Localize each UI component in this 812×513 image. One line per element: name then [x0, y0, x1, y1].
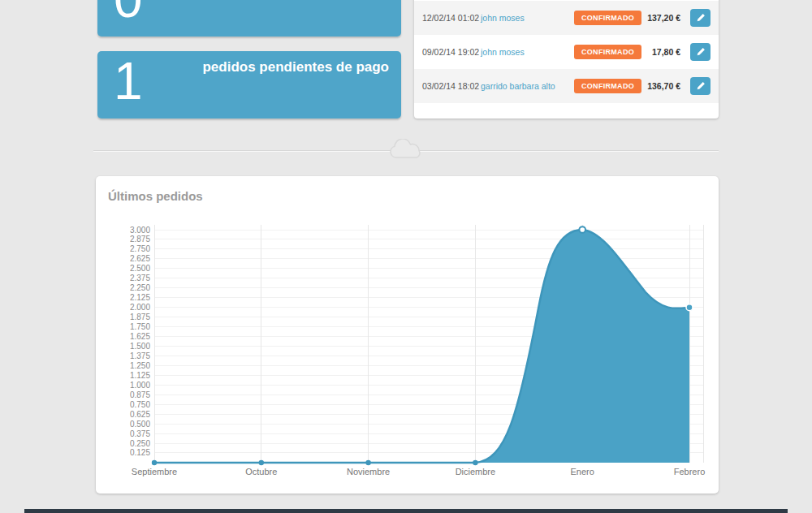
- dashboard-page: 0 1 pedidos pendientes de pago 12/02/14 …: [0, 0, 812, 513]
- stat-value: 0: [114, 0, 143, 25]
- customer-link[interactable]: john moses: [481, 13, 574, 23]
- y-tick-label: 3.000: [130, 226, 150, 235]
- orders-table-panel: 12/02/14 01:02john mosesCONFIRMADO137,20…: [414, 0, 719, 119]
- data-point: [473, 460, 477, 465]
- status-badge: CONFIRMADO: [574, 79, 641, 93]
- stat-value: 1: [114, 55, 143, 107]
- y-tick-label: 0.625: [130, 410, 150, 419]
- x-tick-label: Diciembre: [456, 467, 496, 476]
- customer-link[interactable]: john moses: [481, 47, 574, 57]
- order-date: 03/02/14 18:02: [422, 81, 481, 91]
- footer-bar: [24, 509, 788, 513]
- order-row: 12/02/14 01:02john mosesCONFIRMADO137,20…: [414, 1, 719, 35]
- x-tick-label: Noviembre: [347, 467, 390, 476]
- x-tick-label: Septiembre: [132, 467, 177, 476]
- x-tick-label: Octubre: [245, 467, 277, 476]
- stat-card-top: 0: [97, 0, 401, 37]
- y-tick-label: 2.250: [130, 283, 150, 292]
- data-point: [579, 226, 585, 233]
- data-point: [365, 460, 370, 465]
- order-date: 09/02/14 19:02: [422, 47, 481, 57]
- last-orders-chart-card: Últimos pedidos 3.0002.8752.7502.6252.50…: [96, 176, 719, 494]
- pencil-icon: [696, 81, 706, 91]
- y-tick-label: 1.375: [130, 351, 150, 360]
- orders-area-chart: 3.0002.8752.7502.6252.5002.3752.2502.125…: [96, 176, 719, 494]
- y-tick-label: 2.500: [130, 264, 150, 273]
- edit-order-button[interactable]: [690, 9, 710, 27]
- status-badge: CONFIRMADO: [574, 45, 641, 59]
- y-tick-label: 0.875: [130, 390, 150, 399]
- y-tick-label: 2.625: [130, 254, 150, 263]
- x-tick-label: Febrero: [674, 467, 706, 476]
- pencil-icon: [696, 47, 706, 57]
- data-point: [259, 460, 264, 465]
- y-tick-label: 0.375: [130, 429, 150, 438]
- y-tick-label: 0.500: [130, 420, 150, 429]
- y-tick-label: 1.625: [130, 332, 150, 341]
- cloud-icon: [387, 139, 425, 162]
- order-row: 03/02/14 18:02garrido barbara altoCONFIR…: [414, 69, 719, 103]
- stat-card-pending-payment-orders: 1 pedidos pendientes de pago: [97, 51, 401, 119]
- data-point: [152, 460, 157, 465]
- y-tick-label: 2.750: [130, 244, 150, 253]
- customer-link[interactable]: garrido barbara alto: [481, 81, 574, 91]
- edit-order-button[interactable]: [690, 77, 710, 95]
- y-tick-label: 0.125: [130, 448, 150, 457]
- order-row: 09/02/14 19:02john mosesCONFIRMADO17,80 …: [414, 35, 719, 69]
- y-tick-label: 2.875: [130, 235, 150, 244]
- order-amount: 136,70 €: [643, 81, 680, 91]
- y-tick-label: 2.375: [130, 274, 150, 282]
- edit-order-button[interactable]: [690, 43, 710, 61]
- y-tick-label: 0.250: [130, 439, 150, 448]
- y-tick-label: 1.750: [130, 322, 150, 331]
- y-tick-label: 1.000: [130, 381, 150, 390]
- y-tick-label: 0.750: [130, 400, 150, 409]
- y-tick-label: 2.000: [130, 303, 150, 312]
- order-amount: 137,20 €: [643, 13, 680, 23]
- y-tick-label: 1.125: [130, 371, 150, 380]
- stat-label: pedidos pendientes de pago: [202, 59, 389, 75]
- x-tick-label: Enero: [571, 467, 594, 476]
- y-tick-label: 2.125: [130, 293, 150, 302]
- pencil-icon: [696, 13, 706, 23]
- y-tick-label: 1.500: [130, 342, 150, 351]
- y-tick-label: 1.875: [130, 313, 150, 321]
- order-date: 12/02/14 01:02: [422, 13, 481, 23]
- order-amount: 17,80 €: [643, 47, 680, 57]
- y-tick-label: 1.250: [130, 361, 150, 370]
- status-badge: CONFIRMADO: [574, 11, 641, 25]
- data-point: [686, 304, 693, 311]
